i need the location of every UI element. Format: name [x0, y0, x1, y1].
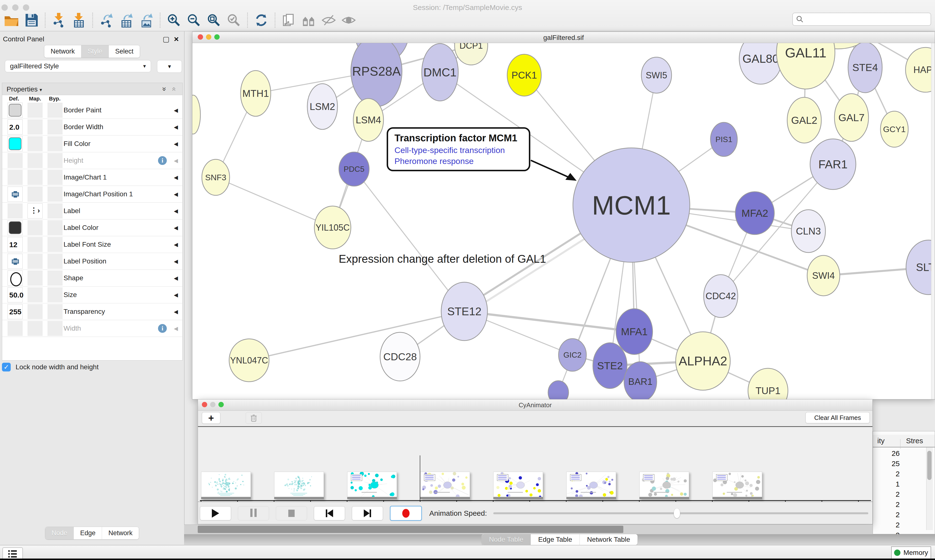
property-row-image-chart-1[interactable]: Image/Chart 1◀	[2, 169, 182, 186]
table-vscroll-thumb[interactable]	[927, 451, 932, 480]
def-cell[interactable]	[8, 170, 23, 185]
collapse-arrow-icon[interactable]: ◀	[174, 309, 178, 315]
table-tab-node-table[interactable]: Node Table	[481, 534, 531, 545]
animation-speed-slider[interactable]	[493, 512, 868, 514]
map-cell[interactable]	[28, 321, 43, 336]
def-cell[interactable]	[8, 103, 23, 118]
collapse-arrow-icon[interactable]: ◀	[174, 174, 178, 181]
node-MTH1[interactable]: MTH1	[241, 71, 271, 116]
table-tab-edge-table[interactable]: Edge Table	[531, 534, 580, 545]
map-cell[interactable]	[28, 170, 43, 185]
open-session-icon[interactable]	[3, 12, 20, 28]
property-row-transparency[interactable]: 255Transparency◀	[2, 303, 182, 320]
node-CDC28[interactable]: CDC28	[380, 332, 420, 381]
style-options-button[interactable]: ▾	[157, 60, 182, 73]
def-cell[interactable]	[8, 271, 23, 286]
table-row[interactable]: 2	[873, 521, 900, 529]
frame-thumbnail-1[interactable]	[274, 472, 324, 499]
def-cell[interactable]	[8, 186, 23, 202]
collapse-arrow-icon[interactable]: ◀	[174, 141, 178, 147]
property-row-label-position[interactable]: Label Position◀	[2, 253, 182, 270]
node-HAP2[interactable]: HAP2	[906, 48, 935, 92]
table-row[interactable]: 2	[873, 490, 900, 498]
search-input[interactable]	[806, 15, 927, 23]
def-cell[interactable]: 255	[8, 304, 23, 319]
style-tab-node[interactable]: Node	[45, 527, 74, 539]
slider-thumb[interactable]	[674, 508, 680, 518]
def-cell[interactable]	[8, 153, 23, 168]
property-row-label-color[interactable]: Label Color◀	[2, 219, 182, 236]
frame-thumbnail-4[interactable]	[493, 472, 543, 499]
node-GAL2[interactable]: GAL2	[787, 97, 821, 143]
node-PCK1[interactable]: PCK1	[507, 54, 541, 96]
node-STE12[interactable]: STE12	[441, 282, 488, 341]
property-row-fill-color[interactable]: Fill Color◀	[2, 135, 182, 152]
search-network-icon[interactable]	[301, 12, 317, 28]
previous-button[interactable]	[314, 506, 345, 520]
table-row[interactable]: 2	[873, 511, 900, 519]
collapse-arrow-icon[interactable]: ◀	[174, 326, 178, 332]
collapse-arrow-icon[interactable]: ◀	[174, 258, 178, 265]
node-SLT2[interactable]: SLT2	[906, 240, 935, 295]
map-cell[interactable]	[28, 186, 43, 202]
def-cell[interactable]	[8, 321, 23, 336]
network-vscrollbar[interactable]	[931, 43, 935, 399]
network-canvas[interactable]: DCP1RPS28ADMC1PCK1SWI5GAL80GAL11STE4HAP2…	[192, 43, 935, 399]
node-MFA2[interactable]: MFA2	[735, 192, 774, 234]
tab-select[interactable]: Select	[109, 45, 140, 58]
frame-thumbnail-0[interactable]	[201, 472, 251, 499]
node-DMC1[interactable]: DMC1	[422, 43, 458, 101]
annotation-link[interactable]: Cell-type-specific transcription	[395, 146, 523, 155]
table-row[interactable]: 1	[873, 480, 900, 488]
collapse-arrow-icon[interactable]: ◀	[174, 124, 178, 131]
byp-cell[interactable]	[48, 237, 63, 252]
node-TUP1[interactable]: TUP1	[748, 368, 788, 399]
duplicate-network-icon[interactable]	[281, 12, 297, 28]
annotation-box[interactable]: Transcription factor MCM1 Cell-type-spec…	[387, 127, 530, 171]
pause-button[interactable]	[238, 506, 269, 520]
byp-cell[interactable]	[48, 254, 63, 269]
byp-cell[interactable]	[48, 170, 63, 185]
playhead[interactable]	[420, 455, 420, 500]
property-row-width[interactable]: Widthi◀	[2, 320, 182, 337]
annotation-link[interactable]: Pheromone response	[395, 157, 523, 166]
node-RPS28A[interactable]: RPS28A	[351, 43, 402, 106]
search-field[interactable]	[792, 13, 931, 26]
node-FAR1[interactable]: FAR1	[810, 139, 856, 189]
clear-all-frames-button[interactable]: Clear All Frames	[805, 412, 870, 423]
node-GAL7[interactable]: GAL7	[835, 94, 869, 142]
collapse-arrow-icon[interactable]: ◀	[174, 225, 178, 231]
collapse-all-icon[interactable]: «	[173, 85, 176, 93]
frame-thumbnail-2[interactable]	[347, 472, 397, 499]
map-cell[interactable]: ⋮›	[28, 203, 43, 218]
animation-timeline[interactable]: 0123456789Seconds	[198, 427, 872, 501]
byp-cell[interactable]	[48, 186, 63, 202]
frame-thumbnail-3[interactable]	[420, 472, 470, 499]
frame-thumbnail-7[interactable]	[713, 472, 762, 499]
zoom-out-icon[interactable]	[186, 12, 202, 28]
panel-list-button[interactable]	[2, 547, 23, 560]
float-panel-icon[interactable]: ▢	[163, 35, 170, 43]
byp-cell[interactable]	[48, 304, 63, 319]
node-CLN3[interactable]: CLN3	[792, 210, 825, 252]
def-cell[interactable]	[8, 220, 23, 235]
map-cell[interactable]	[28, 220, 43, 235]
frame-thumbnail-6[interactable]	[639, 472, 689, 499]
zoom-selected-icon[interactable]	[226, 12, 242, 28]
frame-thumbnail-5[interactable]	[566, 472, 616, 499]
collapse-arrow-icon[interactable]: ◀	[174, 242, 178, 248]
export-table-icon[interactable]	[118, 12, 134, 28]
node-SNF3[interactable]: SNF3	[202, 159, 230, 195]
property-row-image-chart-position-1[interactable]: Image/Chart Position 1◀	[2, 186, 182, 203]
add-frame-button[interactable]: +	[202, 412, 221, 424]
node-MFA1[interactable]: MFA1	[616, 309, 653, 354]
import-network-icon[interactable]	[51, 12, 67, 28]
property-row-border-width[interactable]: 2.0Border Width◀	[2, 119, 182, 135]
def-cell[interactable]: 12	[8, 237, 23, 252]
node-YNL047C[interactable]: YNL047C	[229, 339, 269, 382]
byp-cell[interactable]	[48, 153, 63, 168]
close-panel-icon[interactable]: ×	[174, 34, 179, 44]
map-cell[interactable]	[28, 254, 43, 269]
byp-cell[interactable]	[48, 271, 63, 286]
memory-button[interactable]: Memory	[891, 546, 931, 559]
